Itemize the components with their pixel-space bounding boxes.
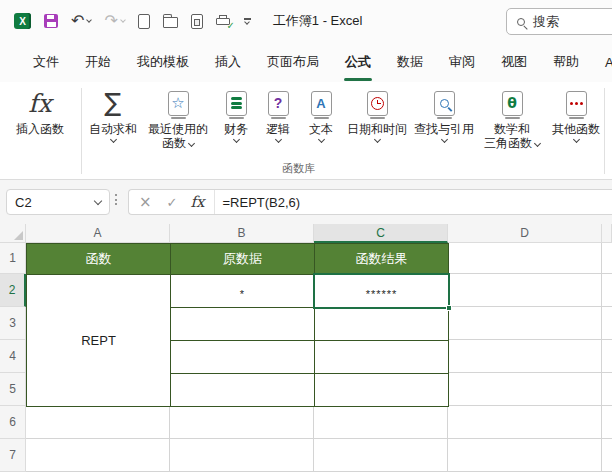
formula-bar: C2 × ✓ fx =REPT(B2,6) xyxy=(0,180,612,224)
tab-help[interactable]: 帮助 xyxy=(540,45,592,79)
cell-c3[interactable] xyxy=(314,307,449,341)
column-header-b[interactable]: B xyxy=(170,224,314,243)
column-header-a[interactable]: A xyxy=(26,224,170,243)
formula-input[interactable]: =REPT(B2,6) xyxy=(215,195,301,210)
tab-data[interactable]: 数据 xyxy=(384,45,436,79)
dropdown-chevron-icon xyxy=(274,136,281,143)
redo-icon: ↷ xyxy=(104,10,124,32)
insert-function-button[interactable]: fx 插入函数 xyxy=(2,86,78,136)
new-file-icon[interactable] xyxy=(138,10,150,32)
cell-c1[interactable]: 函数结果 xyxy=(314,243,449,275)
formula-bar-drag-handle[interactable] xyxy=(115,194,117,205)
tab-view[interactable]: 视图 xyxy=(488,45,540,79)
tab-formulas[interactable]: 公式 xyxy=(332,45,384,79)
ribbon-tab-bar: 文件 开始 我的模板 插入 页面布局 公式 数据 审阅 视图 帮助 AIPPT xyxy=(0,42,612,82)
tab-insert[interactable]: 插入 xyxy=(202,45,254,79)
financial-functions-icon xyxy=(226,88,247,118)
name-box-chevron-icon[interactable] xyxy=(94,196,102,204)
print-preview-icon[interactable] xyxy=(191,10,203,32)
name-box-value: C2 xyxy=(15,195,95,210)
row-header-6[interactable]: 6 xyxy=(0,406,26,439)
text-functions-icon: A xyxy=(311,88,332,118)
recently-used-functions-button[interactable]: ☆ 最近使用的 函数 xyxy=(141,86,215,150)
cell-b1[interactable]: 原数据 xyxy=(170,243,315,275)
dropdown-chevron-icon xyxy=(188,140,195,147)
document-title: 工作簿1 - Excel xyxy=(273,12,363,30)
save-icon[interactable] xyxy=(44,10,58,32)
lookup-reference-functions-icon xyxy=(434,88,455,118)
column-header-c[interactable]: C xyxy=(314,224,448,243)
undo-icon[interactable]: ↶ xyxy=(71,10,91,32)
search-input[interactable]: 搜索 xyxy=(506,8,612,35)
row-header-1[interactable]: 1 xyxy=(0,243,26,274)
date-time-functions-icon xyxy=(367,88,388,118)
row-header-7[interactable]: 7 xyxy=(0,439,26,472)
name-box[interactable]: C2 xyxy=(6,189,110,215)
function-library-group-label: 函数库 xyxy=(282,161,315,176)
recently-used-functions-icon: ☆ xyxy=(168,88,189,118)
tab-review[interactable]: 审阅 xyxy=(436,45,488,79)
spreadsheet-grid: A B C D 1 2 3 4 5 6 7 函数 原数据 函数结果 REPT *… xyxy=(0,224,612,472)
cell-a1[interactable]: 函数 xyxy=(26,243,171,275)
logical-functions-button[interactable]: ? 逻辑 xyxy=(257,86,299,142)
math-trig-functions-button[interactable]: θ 数学和 三角函数 xyxy=(477,86,547,150)
dropdown-chevron-icon xyxy=(440,136,447,143)
dropdown-chevron-icon xyxy=(317,136,324,143)
autosum-icon: ∑ xyxy=(105,88,122,118)
insert-function-fx-icon[interactable]: fx xyxy=(185,193,213,211)
cell-c4[interactable] xyxy=(314,340,449,374)
cell-a2-a5-merged[interactable]: REPT xyxy=(26,274,171,407)
row-header-3[interactable]: 3 xyxy=(0,307,26,340)
title-bar: X ↶ ↷ ✓ 工作簿1 - Excel 搜索 xyxy=(0,0,612,42)
search-icon xyxy=(517,18,525,26)
more-functions-button[interactable]: 其他函数 xyxy=(547,86,605,142)
math-trig-functions-icon: θ xyxy=(502,88,523,118)
insert-function-icon: fx xyxy=(28,88,51,118)
ribbon-separator xyxy=(81,88,82,174)
select-all-corner[interactable] xyxy=(0,224,26,243)
text-functions-button[interactable]: A 文本 xyxy=(299,86,343,142)
dropdown-chevron-icon xyxy=(534,140,541,147)
selection-border-c2 xyxy=(313,273,450,309)
fill-handle[interactable] xyxy=(446,305,452,311)
cell-b5[interactable] xyxy=(170,373,315,407)
open-folder-icon[interactable] xyxy=(163,10,178,32)
column-header-d[interactable]: D xyxy=(448,224,602,243)
cell-b2[interactable]: * xyxy=(170,274,315,308)
tab-home[interactable]: 开始 xyxy=(72,45,124,79)
quick-print-icon[interactable]: ✓ xyxy=(216,10,231,32)
logical-functions-icon: ? xyxy=(268,88,289,118)
column-header-partial[interactable] xyxy=(602,224,612,243)
autosum-button[interactable]: ∑ 自动求和 xyxy=(85,86,141,142)
tab-my-templates[interactable]: 我的模板 xyxy=(124,45,202,79)
enter-icon[interactable]: ✓ xyxy=(159,195,186,210)
tab-aippt[interactable]: AIPPT xyxy=(592,47,612,78)
tab-file[interactable]: 文件 xyxy=(20,45,72,79)
row-header-2[interactable]: 2 xyxy=(0,274,26,307)
row-header-5[interactable]: 5 xyxy=(0,373,26,406)
ribbon-separator xyxy=(604,88,605,174)
more-functions-icon xyxy=(566,88,587,118)
excel-window: X ↶ ↷ ✓ 工作簿1 - Excel 搜索 文件 开始 我的模板 插入 页面… xyxy=(0,0,612,472)
dropdown-chevron-icon xyxy=(572,136,579,143)
financial-functions-button[interactable]: 财务 xyxy=(215,86,257,142)
dropdown-chevron-icon xyxy=(109,136,116,143)
row-header-4[interactable]: 4 xyxy=(0,340,26,373)
dropdown-chevron-icon xyxy=(232,136,239,143)
tab-page-layout[interactable]: 页面布局 xyxy=(254,45,332,79)
lookup-reference-functions-button[interactable]: 查找与引用 xyxy=(411,86,477,142)
cell-b3[interactable] xyxy=(170,307,315,341)
cell-b4[interactable] xyxy=(170,340,315,374)
dropdown-chevron-icon xyxy=(373,136,380,143)
customize-toolbar-icon[interactable] xyxy=(244,10,251,32)
excel-logo-icon[interactable]: X xyxy=(14,10,31,32)
formula-input-group: × ✓ fx =REPT(B2,6) xyxy=(128,189,612,215)
search-placeholder: 搜索 xyxy=(533,13,559,31)
quick-access-toolbar: X ↶ ↷ ✓ xyxy=(0,10,251,32)
cancel-icon[interactable]: × xyxy=(129,193,159,211)
cell-c5[interactable] xyxy=(314,373,449,407)
ribbon: fx 插入函数 ∑ 自动求和 ☆ 最近使用的 函数 财务 ? 逻辑 xyxy=(0,82,612,180)
date-time-functions-button[interactable]: 日期和时间 xyxy=(343,86,411,142)
